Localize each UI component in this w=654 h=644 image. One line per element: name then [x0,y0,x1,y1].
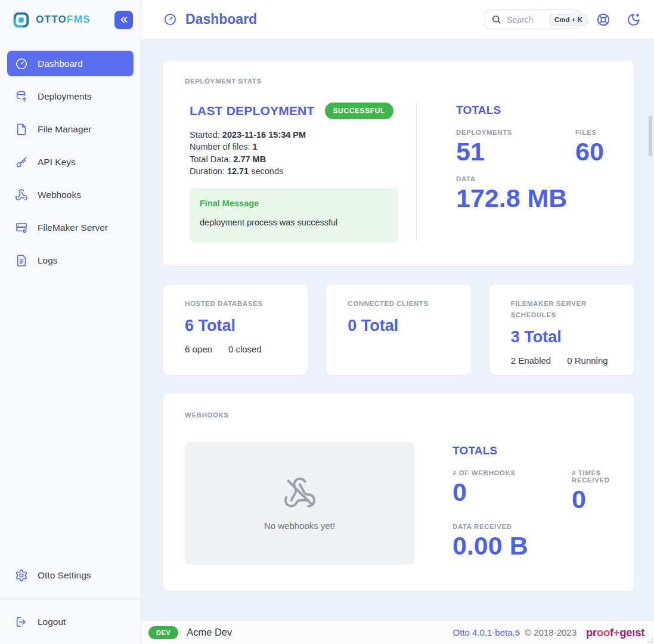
webhook-off-icon [283,476,317,510]
deployment-totals-panel: TOTALS DEPLOYMENTS 51 FILES 60 D [417,103,612,242]
databases-closed-count: 0 closed [228,344,262,354]
sidebar-spacer [0,280,141,562]
schedules-total: 3 Total [511,328,612,346]
server-gear-icon [15,221,28,234]
stat-deployments: DEPLOYMENTS 51 [456,129,575,165]
help-button[interactable] [596,13,610,27]
fms-schedules-card: FILEMAKER SERVER SCHEDULES 3 Total 2 Ena… [489,284,634,375]
search-icon [491,14,501,24]
dark-mode-toggle[interactable] [627,13,641,27]
schedules-running-count: 0 Running [567,355,607,366]
resize-grip[interactable] [647,637,653,643]
environment-badge: DEV [148,626,178,639]
chevrons-left-icon [119,14,129,25]
sidebar-item-label: File Manager [38,124,91,135]
server-name: Acme Dev [187,627,232,638]
logout-icon [15,615,28,628]
databases-open-count: 6 open [185,344,212,354]
deployment-details: Started: 2023-11-16 15:34 PM Number of f… [190,129,416,178]
deployment-stats-card: DEPLOYMENT STATS LAST DEPLOYMENT SUCCESS… [163,61,634,266]
webhooks-card: WEBHOOKS No webhooks yet! [163,394,634,591]
sidebar-item-logs[interactable]: Logs [7,247,134,273]
last-deployment-panel: LAST DEPLOYMENT SUCCESSFUL Started: 2023… [190,103,416,242]
search-box[interactable]: Cmd + K [485,10,580,29]
brand-row: OTTOFMS [0,0,141,39]
summary-cards-row: HOSTED DATABASES 6 Total 6 open 0 closed… [163,284,634,375]
copyright-text: © 2018-2023 [525,627,576,637]
sidebar-item-otto-settings[interactable]: Otto Settings [7,562,134,588]
sidebar-item-deployments[interactable]: Deployments [7,83,134,109]
header-actions: Cmd + K [485,10,641,29]
detail-duration: Duration: 12.71 seconds [190,165,416,178]
page-title: Dashboard [185,11,257,27]
main-area: Dashboard Cmd + K [141,0,654,644]
connected-clients-total: 0 Total [348,317,449,335]
last-deployment-title: LAST DEPLOYMENT [190,104,315,118]
webhooks-empty-state: No webhooks yet! [185,442,414,565]
lifebuoy-icon [596,13,610,27]
sidebar-item-logout[interactable]: Logout [7,609,134,634]
totals-title: TOTALS [456,104,612,117]
search-input[interactable] [506,14,545,25]
final-message-title: Final Message [200,199,388,208]
sidebar-logout-section: Logout [0,599,141,644]
sidebar-nav: Dashboard Deployments [0,39,141,280]
scrollbar-thumb[interactable] [649,116,652,156]
sidebar-item-label: Logs [38,255,58,266]
app-window: OTTOFMS Dashboard [0,0,654,644]
version-link[interactable]: Otto 4.0.1-beta.5 [452,627,520,637]
sidebar-item-label: Logout [38,617,66,627]
stat-times-received: # TIMES RECEIVED 0 [572,469,612,513]
webhooks-label: WEBHOOKS [185,410,612,421]
proof-geist-logo: proof+geıst [586,626,644,639]
final-message-box: Final Message deployment process was suc… [190,188,398,242]
stat-webhook-count: # OF WEBHOOKS 0 [452,469,572,513]
brand-logo[interactable]: OTTOFMS [12,11,91,29]
stat-files: FILES 60 [575,129,612,165]
hosted-databases-total: 6 Total [185,317,286,335]
final-message-text: deployment process was successful [200,218,388,227]
status-badge: SUCCESSFUL [325,103,393,119]
detail-number-of-files: Number of files: 1 [190,141,416,153]
sidebar-item-filemaker-server[interactable]: FileMaker Server [7,215,134,240]
sidebar-item-api-keys[interactable]: API Keys [7,149,134,175]
detail-total-data: Total Data: 2.77 MB [190,153,416,166]
connected-clients-card: CONNECTED CLIENTS 0 Total [326,284,470,375]
moon-star-icon [627,13,641,27]
file-text-icon [15,254,28,267]
sidebar-item-file-manager[interactable]: File Manager [7,116,134,142]
sidebar-item-webhooks[interactable]: Webhooks [7,182,134,208]
sidebar-settings-wrap: Otto Settings [0,562,141,599]
footer: DEV Acme Dev Otto 4.0.1-beta.5 © 2018-20… [141,620,654,644]
database-upload-icon [15,90,28,103]
detail-started: Started: 2023-11-16 15:34 PM [190,129,416,141]
sidebar-item-label: Dashboard [38,58,83,69]
page-title-row: Dashboard [163,11,257,27]
sidebar-item-dashboard[interactable]: Dashboard [7,51,134,76]
sidebar-item-label: Webhooks [38,190,81,200]
deployment-stats-body: LAST DEPLOYMENT SUCCESSFUL Started: 2023… [185,103,612,242]
schedules-enabled-count: 2 Enabled [511,355,551,366]
stat-data-received: DATA RECEIVED 0.00 B [452,523,612,559]
dashboard-content: DEPLOYMENT STATS LAST DEPLOYMENT SUCCESS… [141,39,654,620]
deployment-stats-label: DEPLOYMENT STATS [185,76,612,87]
brand-text: OTTOFMS [36,14,91,26]
key-icon [15,156,28,169]
sidebar: OTTOFMS Dashboard [0,0,141,644]
webhook-icon [15,188,28,202]
sidebar-item-label: Otto Settings [38,570,91,581]
sidebar-item-label: FileMaker Server [38,222,108,233]
gear-icon [15,569,28,582]
sidebar-item-label: Deployments [38,91,91,102]
webhooks-totals-panel: TOTALS # OF WEBHOOKS 0 # TIMES RECEIVED … [414,442,612,565]
webhooks-totals-title: TOTALS [452,444,612,457]
dashboard-gauge-icon [163,13,177,26]
sidebar-item-label: API Keys [38,157,76,168]
header: Dashboard Cmd + K [141,0,654,39]
hosted-databases-card: HOSTED DATABASES 6 Total 6 open 0 closed [163,284,308,375]
sidebar-collapse-button[interactable] [114,11,133,29]
search-shortcut-badge: Cmd + K [549,14,588,26]
webhooks-empty-message: No webhooks yet! [264,521,335,531]
stat-data: DATA 172.8 MB [456,175,612,212]
gauge-icon [15,57,28,70]
